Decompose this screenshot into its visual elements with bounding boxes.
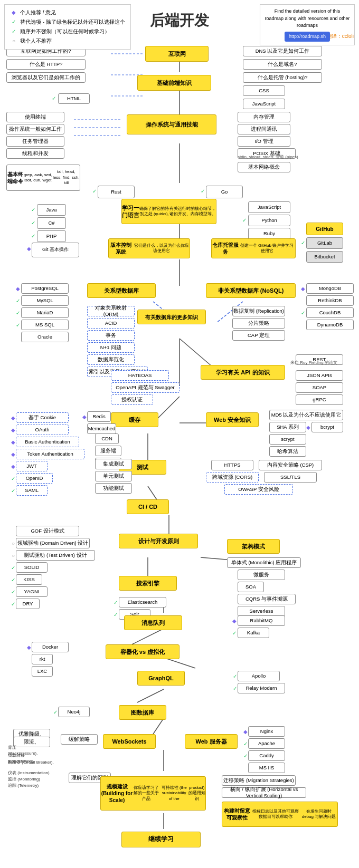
caddy-node: Caddy	[248, 750, 285, 761]
os-node: 操作系统与通用技能	[127, 114, 216, 134]
cors-node: 跨域资源 (CORS)	[206, 472, 259, 483]
graphql-node: GraphQL	[137, 671, 185, 686]
caching-node: 缓存	[111, 412, 158, 427]
hosting-node: 什么是托管 (hosting)?	[243, 72, 322, 83]
grpc-node: gRPC	[296, 394, 343, 405]
horizontal-scaling-node: 横向 / 纵向扩展 (Horizontal vs Vertical Scalin…	[222, 787, 306, 798]
vcs-hosting-node: 仓库托管服务 创建一个 GitHub 账户并学习使用它	[211, 238, 296, 258]
redis-node: Redis	[87, 411, 111, 422]
domain-node: 什么是域名?	[243, 59, 322, 70]
apache-node: Apache	[248, 738, 285, 749]
server-side-node: 服务端	[95, 446, 121, 456]
legend-green-icon-1: ✓	[10, 18, 17, 26]
relay-node: Relay Modern	[238, 683, 285, 693]
scrypt-node: scrypt	[269, 434, 306, 445]
relational-db-node: 关系型数据库	[87, 283, 156, 298]
info-box-text: Find the detailed version of this roadma…	[264, 8, 350, 30]
mq-node: 消息队列	[124, 615, 182, 630]
owasp-node: OWASP 安全风险	[224, 484, 293, 495]
commands-node: 基本终端命令 grep, awk, sed, lsof, curl, wget …	[6, 165, 80, 191]
migration-node: 迁移策略 (Migration Strategies)	[222, 775, 296, 786]
hateoas-node: HATEOAS	[111, 370, 169, 381]
rabbitmq-node: RabbitMQ	[238, 615, 285, 626]
browser-node: 浏览器以及它们是如何工作的	[6, 72, 86, 83]
rabbitmq-status: ◆	[231, 617, 238, 624]
microservices-node: 微服务	[238, 570, 285, 580]
mysql-node: MySQL	[21, 295, 69, 306]
csharp-status: ✓	[30, 219, 37, 226]
json-apis-node: JSON APIs	[296, 370, 343, 381]
go-node: Go	[206, 186, 243, 198]
kafka-node: Kafka	[238, 628, 269, 638]
orm-node: 对象关系映射 (ORM)	[87, 306, 135, 316]
couchdb-node: CouchDB	[306, 307, 354, 318]
legend-purple-icon: ◆	[10, 9, 17, 16]
token-auth-node: Token Authentication	[16, 449, 84, 459]
php-node: PHP	[37, 230, 66, 242]
io-node: I/O 管理	[238, 136, 290, 147]
svg-line-17	[132, 629, 164, 644]
internet-node: 互联网	[145, 46, 209, 62]
scaling-node: 规模建设 (Building for Scale) 你应该学习了解的一些关于产品…	[100, 776, 206, 811]
go-status: ✓	[199, 187, 206, 195]
nosql-node: 非关系型数据库 (NoSQL)	[206, 283, 296, 298]
cdn-node: CDN	[95, 433, 119, 444]
acid-node: ACID	[87, 318, 135, 329]
lxc-node: LXC	[32, 666, 53, 677]
java-node: Java	[37, 204, 66, 216]
resiliency-node: 构建时留意可观察性 指标日志以及其他可观察数据目可以帮助你 在发生问题时 deb…	[222, 802, 338, 827]
normalization-node: 数据库范化	[87, 354, 135, 365]
search-node: 搜索引擎	[119, 576, 177, 591]
legend: ◆ 个人推荐 / 意见 ✓ 替代选项 - 除了绿色标记以外还可以选择这个 ✓ 顺…	[4, 4, 131, 50]
kafka-status: ✓	[231, 629, 238, 636]
monolithic-node: 单体式 (Monolithic) 应用程序	[227, 557, 301, 568]
network-concepts-node: 基本网络概念	[238, 162, 290, 172]
threads-node: 线程和并发	[6, 148, 64, 159]
throttle-strategy-node: 缓解策略	[61, 734, 98, 745]
dns-node: DNS 以及它是如何工作	[243, 46, 322, 56]
terminal-node: 使用终端	[6, 112, 64, 122]
js-node: JavaScript	[243, 99, 285, 109]
mssql-status: ✓	[14, 321, 22, 329]
yagni-node: YAGNI	[16, 586, 48, 597]
hash-node: 哈希算法	[269, 446, 306, 457]
transactions-node: 事务	[87, 330, 135, 341]
php-status: ✓	[30, 232, 37, 239]
functional-test-node: 功能测试	[95, 483, 132, 494]
rust-status: ✓	[91, 187, 98, 195]
postgresql-status: ◆	[14, 285, 22, 292]
legend-gray-icon: ○	[10, 37, 17, 45]
python-status: ✓	[241, 216, 248, 224]
legend-text-4: 我个人不推荐	[20, 36, 52, 46]
serverless-node: Serverless	[238, 606, 285, 616]
roadmap-link[interactable]: http://roadmap.sh	[285, 32, 330, 42]
mysql-status: ✓	[14, 297, 22, 304]
svg-line-18	[164, 658, 195, 668]
python-node: Python	[248, 215, 290, 226]
html-status: ✓	[50, 94, 58, 102]
memcached-node: Memcached	[87, 423, 116, 434]
integration-test-node: 集成测试	[95, 459, 132, 469]
kiss-node: KISS	[16, 574, 42, 585]
legend-text-3: 顺序并不强制（可以在任何时候学习）	[20, 27, 110, 36]
os-work-node: 操作系统一般如何工作	[6, 124, 64, 134]
msiis-node: MS IIS	[248, 763, 285, 773]
legend-green-icon-2: ✓	[10, 28, 17, 35]
csharp-node: C#	[37, 217, 66, 229]
tdd-node: 测试驱动 (Test Driven) 设计	[16, 550, 95, 561]
apollo-node: Apollo	[238, 671, 280, 681]
basic-auth-node: Basic Authentication	[16, 437, 79, 447]
container-node: 容器化 vs 虚拟化	[106, 644, 180, 659]
elasticsearch-node: Elasticsearch	[119, 597, 166, 607]
saml-node: SAML	[16, 485, 48, 496]
legend-text-2: 替代选项 - 除了绿色标记以外还可以选择这个	[20, 17, 125, 27]
ipc-node: 进程间通讯	[238, 124, 290, 134]
replication-node: 数据复制 (Replication)	[232, 306, 285, 316]
task-manager-node: 任务管理器	[6, 136, 64, 147]
css-node: CSS	[243, 85, 285, 96]
solid-node: SOLID	[16, 562, 48, 573]
graph-db-node: 图数据库	[119, 705, 166, 720]
design-node: 设计与开发原则	[119, 534, 198, 548]
openid-node: OpenID	[16, 473, 53, 484]
bcrypt-node: bcrypt	[311, 422, 343, 432]
